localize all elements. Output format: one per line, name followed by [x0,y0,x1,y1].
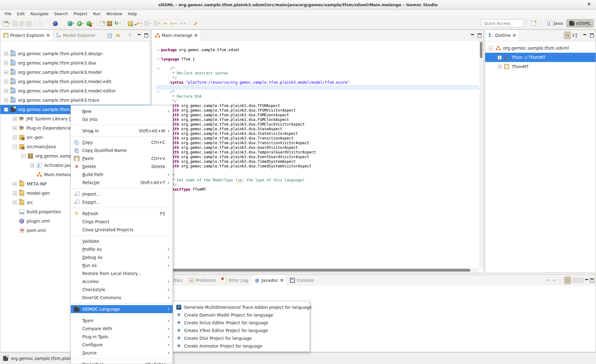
menu-item-compare-with[interactable]: Compare With› [71,325,173,333]
code-editor[interactable]: ⊖package org.gemoc.sample.tfsm.xdsml⊖lan… [152,41,479,268]
prev-annotation-button[interactable]: ▾ [143,20,152,27]
horizontal-scrollbar[interactable] [170,268,479,272]
menubar-item-help[interactable]: Help [125,11,140,17]
dropdown-chevron-icon[interactable]: ▾ [73,22,74,25]
menu-item-export[interactable]: Export... [71,198,173,206]
maximize-icon[interactable] [477,33,481,38]
project-tree-row[interactable]: +org.gemoc.sample.tfsm.plaink3.model [0,68,150,77]
run-button[interactable]: ▾ [76,20,85,27]
submenu-item-generate-multidimensional-trace[interactable]: Generate Multidimensional Trace Addon pr… [173,303,309,311]
expand-icon[interactable]: + [13,117,17,121]
dropdown-chevron-icon[interactable]: ▾ [120,22,121,25]
submenu-item-create-sirius-editor[interactable]: Create Sirius Editor Project for languag… [173,319,309,326]
menu-item-paste[interactable]: PasteCtrl+V [71,154,173,162]
menubar-item-run[interactable]: Run [90,11,103,17]
outline-tree-row[interactable]: +TfsmMT [485,62,596,71]
pencil-button[interactable] [192,20,198,27]
expand-icon[interactable]: + [4,61,8,65]
forward-button[interactable]: ⇨▾ [178,20,187,27]
link-with-editor-icon[interactable] [115,33,120,38]
menubar-item-file[interactable]: File [2,11,14,17]
menu-item-diverse-commons[interactable]: DiverSE Commons› [71,294,173,302]
tab-javadoc[interactable]: Javadoc⊠ [251,275,287,286]
expand-icon[interactable]: + [4,98,8,102]
menu-item-plug-in-tools[interactable]: Plug-in Tools› [71,333,173,341]
minimize-icon[interactable] [583,33,587,38]
menu-item-run-as[interactable]: Run As› [71,261,173,269]
maximize-icon[interactable] [590,278,594,283]
project-tree-row[interactable]: +org.gemoc.sample.tfsm.plaink3.trace [0,95,150,105]
outline-tree[interactable]: −org.gemoc.sample.tfsm.xdsml+Tfsm ◁ Tfsm… [485,41,596,273]
menu-item-show-in[interactable]: Show InShift+Alt+W› [71,127,173,135]
outline-tree-row[interactable]: −org.gemoc.sample.tfsm.xdsml [485,43,596,53]
scrollbar-thumb[interactable] [480,42,482,58]
search-button[interactable]: ▾ [134,20,143,27]
menu-item-new[interactable]: New› [71,107,173,115]
last-edit-button[interactable]: ⇦ [162,20,168,27]
menu-item-source[interactable]: Source› [71,349,173,357]
menu-item-copy[interactable]: CopyCtrl+C [71,138,173,146]
menu-item-close-project[interactable]: Close Project [71,218,173,226]
menu-item-acceleo[interactable]: Acceleo› [71,277,173,286]
dropdown-chevron-icon[interactable]: ▾ [175,22,176,25]
menubar-item-edit[interactable]: Edit [14,11,28,17]
project-tree-row[interactable]: +org.gemoc.sample.tfsm.plaink3.design [0,49,150,58]
submenu-item-create-dsa-project[interactable]: Create DSA Project for language [173,334,309,342]
fold-marker-icon[interactable]: ⊖ [156,48,161,52]
expand-icon[interactable]: + [13,201,17,205]
minimize-icon[interactable] [471,33,474,38]
collapse-icon[interactable]: − [4,108,8,112]
menu-item-gemoc-language[interactable]: GEMOC Language› [71,305,173,313]
tab-model-explorer[interactable]: Model Explorer [53,30,99,41]
coverage-button[interactable]: ▾ [86,20,94,27]
fold-marker-icon[interactable]: ⊖ [156,66,161,71]
expand-icon[interactable]: + [498,65,502,69]
tab-project-explorer[interactable]: Project Explorer ⊠ [0,30,53,41]
maximize-icon[interactable] [144,33,148,38]
dropdown-chevron-icon[interactable]: ▾ [9,22,10,25]
refresh-button[interactable]: ▾ [113,20,122,27]
menu-item-refresh[interactable]: RefreshF5 [71,210,173,218]
expand-icon[interactable]: + [498,55,502,60]
menubar-item-navigate[interactable]: Navigate [28,11,51,17]
project-tree-row[interactable]: +org.gemoc.sample.tfsm.plaink3.model.edi… [0,77,150,86]
next-annotation-icon[interactable] [579,278,584,283]
menu-item-configure[interactable]: Configure› [71,341,173,349]
project-tree-row[interactable]: +org.gemoc.sample.tfsm.plaink3.model.edi… [0,86,150,95]
close-icon[interactable]: ⊠ [280,278,283,282]
menu-item-restore-from-local-history[interactable]: Restore from Local History... [71,269,173,277]
new-wizard-button[interactable]: ▾ [3,20,11,27]
close-icon[interactable]: ⊠ [513,33,516,38]
menu-item-checkstyle[interactable]: Checkstyle› [71,286,173,294]
new-project-button[interactable] [100,20,106,27]
scrollbar-thumb[interactable] [173,269,470,272]
view-menu-icon[interactable] [127,33,132,38]
minimize-icon[interactable] [137,33,141,38]
print-button[interactable] [26,20,32,27]
close-icon[interactable]: ⊠ [194,33,197,38]
tab-main-melange[interactable]: Main.melange ⊠ [152,30,201,41]
new-plugin-button[interactable] [106,20,113,27]
menu-item-team[interactable]: Team› [71,317,173,325]
fold-marker-icon[interactable]: ⊖ [156,90,161,94]
menu-item-delete[interactable]: DeleteDelete [71,162,173,171]
menu-item-build-path[interactable]: Build Path› [71,171,173,179]
menubar-item-window[interactable]: Window [103,11,125,17]
tab-outline[interactable]: Outline ⊠ [485,30,519,41]
tab-console[interactable]: Console [287,275,317,286]
fold-marker-icon[interactable]: ⊖ [156,57,161,62]
quick-access-input[interactable] [481,19,524,27]
dropdown-chevron-icon[interactable]: ▾ [184,22,186,25]
collapse-icon[interactable]: − [489,46,493,50]
menu-item-close-unrelated-projects[interactable]: Close Unrelated Projects [71,226,173,234]
collapse-all-icon[interactable] [108,34,112,38]
expand-icon[interactable]: + [13,135,17,140]
dropdown-chevron-icon[interactable]: ▾ [150,22,151,25]
link-with-editor-button[interactable] [564,32,571,39]
submenu-item-create-domain-model[interactable]: Create Domain Model Project for language [173,311,309,319]
expand-icon[interactable]: + [4,70,8,74]
save-button[interactable] [12,20,18,27]
debug-button[interactable]: ▾ [67,20,76,27]
java-perspective-button[interactable]: Java [545,20,566,27]
dropdown-chevron-icon[interactable]: ▾ [83,22,84,25]
